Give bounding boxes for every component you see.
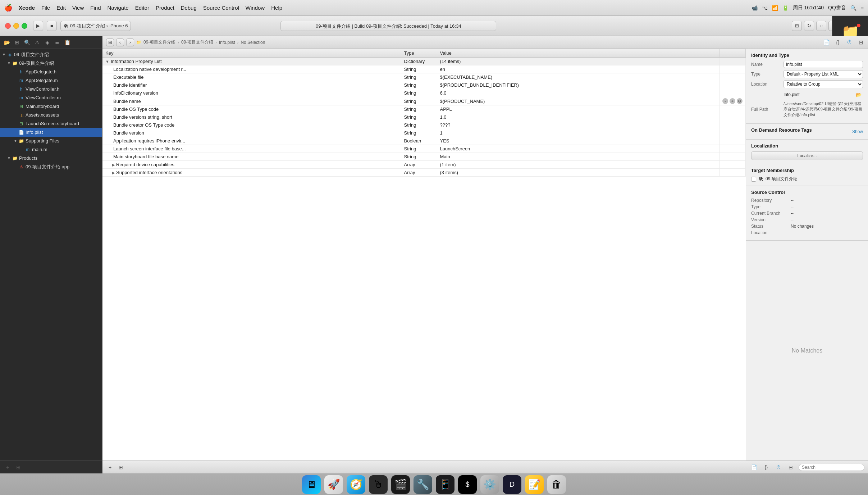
dock-mouse[interactable]: 🖱 bbox=[369, 475, 388, 494]
sidebar-item-app[interactable]: ⚠ 09-项目文件介绍.app bbox=[0, 163, 102, 171]
dock-dash[interactable]: D bbox=[503, 475, 521, 494]
minimize-button[interactable] bbox=[13, 23, 19, 29]
table-row[interactable]: Launch screen interface file base...Stri… bbox=[102, 145, 746, 153]
breadcrumb-item-1[interactable]: 09-项目文件介绍 bbox=[181, 39, 213, 45]
menu-navigate[interactable]: Navigate bbox=[107, 5, 128, 11]
menu-find[interactable]: Find bbox=[90, 5, 101, 11]
view-btn-1[interactable]: ⊞ bbox=[792, 21, 802, 31]
sidebar-search-btn[interactable]: 🔍 bbox=[23, 38, 31, 46]
dock-safari[interactable]: 🧭 bbox=[347, 475, 365, 494]
qq-icon[interactable]: QQ拼音 bbox=[828, 5, 846, 11]
table-row[interactable]: InfoDictionary versionString6.0 bbox=[102, 89, 746, 97]
row-expand-arrow[interactable]: ▶ bbox=[112, 163, 115, 167]
view-btn-3[interactable]: ↔ bbox=[816, 21, 826, 31]
sidebar-item-products[interactable]: ▼ 📁 Products bbox=[0, 154, 102, 163]
dock-finder[interactable]: 🖥 bbox=[302, 475, 321, 494]
sidebar-item-launchscreen[interactable]: ⊟ LaunchScreen.storyboard bbox=[0, 119, 102, 128]
sidebar-folder-btn[interactable]: 📂 bbox=[3, 38, 11, 46]
dock-terminal[interactable]: $ bbox=[458, 475, 477, 494]
table-row[interactable]: Bundle versionString1 bbox=[102, 129, 746, 137]
maximize-button[interactable] bbox=[22, 23, 27, 29]
sidebar-item-supporting-files[interactable]: ▼ 📁 Supporting Files bbox=[0, 137, 102, 145]
inspector-active-btn[interactable]: ⏱ bbox=[774, 463, 783, 472]
menu-debug[interactable]: Debug bbox=[181, 5, 197, 11]
inspector-grid-btn[interactable]: ⊟ bbox=[786, 463, 795, 472]
menu-window[interactable]: Window bbox=[246, 5, 265, 11]
dock-launchpad[interactable]: 🚀 bbox=[324, 475, 343, 494]
menu-product[interactable]: Product bbox=[156, 5, 174, 11]
dock-iphone[interactable]: 📱 bbox=[436, 475, 454, 494]
controls-icon[interactable]: ≡ bbox=[861, 5, 864, 11]
sidebar-item-group-main[interactable]: ▼ 📁 09-项目文件介绍 bbox=[0, 59, 102, 68]
screen-record-icon[interactable]: 📹 bbox=[751, 5, 758, 11]
scheme-selector[interactable]: 🛠 09-项目文件介绍 › iPhone 6 bbox=[60, 21, 131, 31]
dock-notes[interactable]: 📝 bbox=[525, 475, 544, 494]
table-row[interactable]: Localization native development r...Stri… bbox=[102, 65, 746, 73]
close-button[interactable] bbox=[5, 23, 11, 29]
sidebar-item-viewcontroller-m[interactable]: m ViewController.m bbox=[0, 94, 102, 102]
menu-file[interactable]: File bbox=[41, 5, 50, 11]
view-toggle-btn[interactable]: ⊞ bbox=[117, 463, 125, 471]
show-link[interactable]: Show bbox=[852, 129, 863, 134]
search-icon[interactable]: 🔍 bbox=[850, 5, 856, 11]
dock-sysprefs[interactable]: ⚙️ bbox=[480, 475, 499, 494]
inspector-code-btn[interactable]: {} bbox=[833, 38, 842, 47]
table-row[interactable]: ▶Required device capabilitiesArray(1 ite… bbox=[102, 161, 746, 169]
sidebar-item-main-m[interactable]: m main.m bbox=[0, 145, 102, 154]
sidebar-item-appdelegate-h[interactable]: h AppDelegate.h bbox=[0, 68, 102, 76]
menu-source-control[interactable]: Source Control bbox=[203, 5, 239, 11]
table-row[interactable]: Bundle versions string, shortString1.0 bbox=[102, 113, 746, 121]
sidebar-item-appdelegate-m[interactable]: m AppDelegate.m bbox=[0, 76, 102, 85]
sidebar-item-project[interactable]: ▼ ◈ 09-项目文件介绍 bbox=[0, 50, 102, 59]
sidebar-item-assets[interactable]: ◫ Assets.xcassets bbox=[0, 111, 102, 119]
table-row[interactable]: Bundle identifierString$(PRODUCT_BUNDLE_… bbox=[102, 81, 746, 89]
plist-action-btn[interactable]: - bbox=[722, 98, 728, 104]
sidebar-report-btn[interactable]: 📋 bbox=[63, 38, 71, 46]
nav-prev-btn[interactable]: ‹ bbox=[116, 38, 124, 46]
breadcrumb-item-2[interactable]: Info.plist bbox=[219, 40, 235, 45]
inspector-localize-btn[interactable]: ⊟ bbox=[856, 38, 865, 47]
menu-editor[interactable]: Editor bbox=[135, 5, 149, 11]
sidebar-item-info-plist[interactable]: 📄 Info.plist bbox=[0, 128, 102, 137]
inspector-add-btn[interactable]: 📄 bbox=[750, 463, 758, 472]
table-row[interactable]: Executable fileString$(EXECUTABLE_NAME) bbox=[102, 73, 746, 81]
run-button[interactable]: ▶ bbox=[33, 21, 43, 31]
dock-xcode-tools[interactable]: 🔧 bbox=[414, 475, 432, 494]
plist-action-btn[interactable]: + bbox=[730, 98, 735, 104]
dock-trash[interactable]: 🗑 bbox=[547, 475, 566, 494]
inspector-reveal-btn[interactable]: 📂 bbox=[854, 90, 863, 99]
sidebar-debug-btn[interactable]: ≣ bbox=[53, 38, 61, 46]
table-row[interactable]: Application requires iPhone envir...Bool… bbox=[102, 137, 746, 145]
wifi-icon[interactable]: 📶 bbox=[772, 5, 778, 11]
row-expand-arrow[interactable]: ▶ bbox=[112, 171, 115, 175]
table-row[interactable]: ▼Information Property ListDictionary(14 … bbox=[102, 58, 746, 65]
apple-menu[interactable]: 🍎 bbox=[4, 4, 12, 12]
target-checkbox[interactable] bbox=[751, 177, 756, 182]
inspector-code-bottom-btn[interactable]: {} bbox=[762, 463, 771, 472]
menu-view[interactable]: View bbox=[72, 5, 84, 11]
sidebar-view-btn[interactable]: ⊞ bbox=[14, 463, 22, 471]
nav-next-btn[interactable]: › bbox=[126, 38, 134, 46]
inspector-file-btn[interactable]: 📄 bbox=[822, 38, 831, 47]
sidebar-test-btn[interactable]: ◈ bbox=[43, 38, 51, 46]
inspector-history-btn[interactable]: ⏱ bbox=[845, 38, 854, 47]
table-row[interactable]: Bundle creator OS Type codeString???? bbox=[102, 121, 746, 129]
add-file-btn[interactable]: + bbox=[4, 463, 12, 471]
sidebar-source-btn[interactable]: ⊞ bbox=[13, 38, 21, 46]
root-expand-arrow[interactable]: ▼ bbox=[105, 59, 109, 64]
nav-back-btn[interactable]: ⊞ bbox=[106, 38, 114, 46]
stop-button[interactable]: ■ bbox=[47, 21, 57, 31]
view-btn-2[interactable]: ↻ bbox=[804, 21, 814, 31]
breadcrumb-item-0[interactable]: 09-项目文件介绍 bbox=[143, 39, 175, 45]
table-row[interactable]: Bundle nameString$(PRODUCT_NAME)-+⚙ bbox=[102, 97, 746, 105]
menu-xcode[interactable]: Xcode bbox=[19, 5, 35, 11]
breadcrumb-item-3[interactable]: No Selection bbox=[241, 40, 265, 45]
inspector-name-input[interactable] bbox=[784, 61, 863, 68]
table-row[interactable]: ▶Supported interface orientationsArray(3… bbox=[102, 169, 746, 177]
add-row-btn[interactable]: + bbox=[106, 463, 114, 471]
table-row[interactable]: Bundle OS Type codeStringAPPL bbox=[102, 105, 746, 113]
inspector-location-select[interactable]: Relative to Group bbox=[784, 80, 863, 88]
inspector-search-input[interactable] bbox=[799, 464, 864, 471]
table-row[interactable]: Main storyboard file base nameStringMain bbox=[102, 153, 746, 161]
battery-icon[interactable]: 🔋 bbox=[782, 5, 789, 11]
